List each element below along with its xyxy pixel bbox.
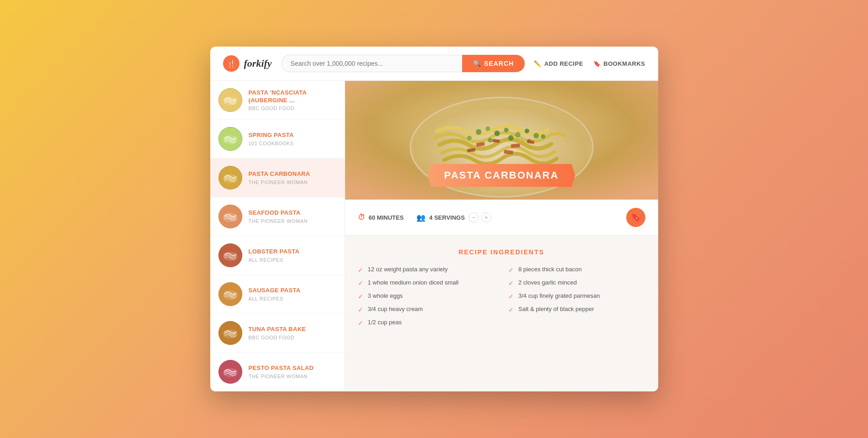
recipe-list-item[interactable]: SEAFOOD PASTATHE PIONEER WOMAN [210, 197, 345, 236]
check-icon: ✓ [358, 319, 363, 327]
bookmark-icon: 🔖 [593, 60, 601, 67]
ingredients-grid: ✓12 oz weight pasta any variety✓8 pieces… [358, 266, 645, 327]
header-actions: ✏️ ADD RECIPE 🔖 BOOKMARKS [534, 60, 645, 67]
recipe-item-source: BBC GOOD FOOD [249, 106, 336, 111]
recipe-item-name: PASTA CARBONARA [249, 170, 336, 178]
ingredient-text: 3/4 cup finely grated parmesan [518, 292, 600, 299]
logo-text: forkify [244, 58, 272, 69]
svg-point-28 [467, 136, 471, 140]
ingredient-item: ✓3/4 cup heavy cream [358, 306, 495, 313]
main-content: PASTA 'NCASCIATA (AUBERGINE ...BBC GOOD … [210, 81, 658, 391]
add-recipe-button[interactable]: ✏️ ADD RECIPE [534, 60, 583, 67]
check-icon: ✓ [358, 280, 363, 287]
recipe-item-source: 101 COOKBOOKS [249, 141, 336, 146]
svg-point-26 [524, 129, 529, 133]
bookmarks-label: BOOKMARKS [603, 60, 645, 67]
svg-point-21 [476, 129, 481, 135]
recipe-item-name: PESTO PASTA SALAD [249, 364, 336, 372]
check-icon: ✓ [508, 293, 514, 300]
ingredient-text: 8 pieces thick cut bacon [518, 266, 582, 273]
hero-title-badge: PASTA CARBONARA [428, 164, 575, 187]
ingredient-item: ✓8 pieces thick cut bacon [508, 266, 645, 274]
ingredient-text: 3 whole eggs [368, 292, 403, 299]
servings-decrease-button[interactable]: − [469, 212, 479, 222]
time-value: 60 MINUTES [369, 214, 404, 221]
recipe-thumbnail [218, 243, 242, 267]
recipe-item-info: LOBSTER PASTAALL RECIPES [249, 248, 336, 263]
ingredient-item: ✓Salt & plenty of black pepper [508, 306, 645, 313]
ingredient-item: ✓3/4 cup finely grated parmesan [508, 292, 645, 300]
recipe-item-info: PESTO PASTA SALADTHE PIONEER WOMAN [249, 364, 336, 379]
search-input[interactable] [281, 55, 462, 72]
recipe-item-info: PASTA CARBONARATHE PIONEER WOMAN [249, 170, 336, 185]
ingredient-item: ✓1/2 cup peas [358, 319, 495, 327]
check-icon: ✓ [358, 306, 363, 313]
ingredients-section: RECIPE INGREDIENTS ✓12 oz weight pasta a… [345, 236, 658, 336]
detail-panel: PASTA CARBONARA ⏱ 60 MINUTES 👥 4 SERVING… [345, 81, 658, 391]
recipe-list-item[interactable]: LOBSTER PASTAALL RECIPES [210, 236, 345, 275]
add-recipe-label: ADD RECIPE [544, 60, 583, 67]
ingredient-text: 3/4 cup heavy cream [368, 306, 423, 312]
servings-meta: 👥 4 SERVINGS − + [416, 212, 491, 222]
recipe-item-name: LOBSTER PASTA [249, 248, 336, 256]
recipe-thumbnail [218, 166, 242, 190]
ingredient-text: 1 whole medium onion diced small [368, 279, 459, 286]
search-button[interactable]: 🔍 SEARCH [462, 55, 525, 72]
recipe-item-info: PASTA 'NCASCIATA (AUBERGINE ...BBC GOOD … [249, 89, 336, 111]
svg-point-22 [485, 127, 490, 131]
check-icon: ✓ [358, 266, 363, 274]
people-icon: 👥 [416, 213, 426, 222]
recipe-item-name: SEAFOOD PASTA [249, 209, 336, 217]
svg-point-23 [494, 131, 500, 136]
bookmark-detail-icon: 🔖 [631, 212, 641, 222]
recipe-item-source: ALL RECIPES [249, 257, 336, 263]
check-icon: ✓ [508, 266, 514, 274]
recipe-thumbnail [218, 282, 242, 306]
recipe-item-source: THE PIONEER WOMAN [249, 218, 336, 224]
recipe-list-item[interactable]: PASTA CARBONARATHE PIONEER WOMAN [210, 158, 345, 197]
ingredient-text: 2 cloves garlic minced [518, 279, 577, 286]
bookmark-detail-button[interactable]: 🔖 [626, 208, 645, 227]
search-button-label: SEARCH [484, 60, 514, 67]
search-icon: 🔍 [473, 60, 481, 67]
svg-point-29 [488, 138, 492, 142]
recipe-thumbnail [218, 321, 242, 345]
recipe-item-name: SAUSAGE PASTA [249, 287, 336, 295]
recipe-item-info: SPRING PASTA101 COOKBOOKS [249, 132, 336, 146]
recipe-thumbnail [218, 88, 242, 112]
header: 🍴 forkify 🔍 SEARCH ✏️ ADD RECIPE 🔖 BOOKM… [210, 47, 658, 81]
ingredient-text: 12 oz weight pasta any variety [368, 266, 448, 273]
app-window: 🍴 forkify 🔍 SEARCH ✏️ ADD RECIPE 🔖 BOOKM… [210, 47, 658, 391]
search-area: 🔍 SEARCH [281, 55, 525, 72]
time-meta: ⏱ 60 MINUTES [358, 213, 404, 222]
recipe-list-item[interactable]: SAUSAGE PASTAALL RECIPES [210, 275, 345, 314]
recipe-thumbnail [218, 127, 242, 151]
recipe-list-item[interactable]: TUNA PASTA BAKEBBC GOOD FOOD [210, 314, 345, 353]
check-icon: ✓ [508, 280, 514, 287]
servings-increase-button[interactable]: + [481, 212, 491, 222]
recipe-item-source: THE PIONEER WOMAN [249, 374, 336, 379]
ingredient-item: ✓12 oz weight pasta any variety [358, 266, 495, 274]
sidebar: PASTA 'NCASCIATA (AUBERGINE ...BBC GOOD … [210, 81, 345, 391]
svg-point-24 [504, 128, 508, 132]
svg-point-25 [515, 132, 520, 137]
recipe-item-source: ALL RECIPES [249, 296, 336, 301]
recipe-item-source: THE PIONEER WOMAN [249, 179, 336, 185]
recipe-thumbnail [218, 205, 242, 228]
recipe-item-info: SEAFOOD PASTATHE PIONEER WOMAN [249, 209, 336, 224]
svg-point-27 [533, 133, 539, 138]
recipe-meta: ⏱ 60 MINUTES 👥 4 SERVINGS − + 🔖 [345, 200, 658, 236]
recipe-list-item[interactable]: PASTA 'NCASCIATA (AUBERGINE ...BBC GOOD … [210, 81, 345, 120]
check-icon: ✓ [508, 306, 514, 313]
bookmarks-button[interactable]: 🔖 BOOKMARKS [593, 60, 645, 67]
ingredient-item [508, 319, 645, 327]
logo-area: 🍴 forkify [223, 55, 272, 72]
recipe-hero: PASTA CARBONARA [345, 81, 658, 200]
svg-point-30 [508, 135, 513, 141]
recipe-thumbnail [218, 360, 242, 384]
recipe-item-info: SAUSAGE PASTAALL RECIPES [249, 287, 336, 301]
recipe-list-item[interactable]: PESTO PASTA SALADTHE PIONEER WOMAN [210, 353, 345, 391]
recipe-item-name: TUNA PASTA BAKE [249, 326, 336, 333]
recipe-list-item[interactable]: SPRING PASTA101 COOKBOOKS [210, 120, 345, 158]
servings-controls: − + [469, 212, 491, 222]
